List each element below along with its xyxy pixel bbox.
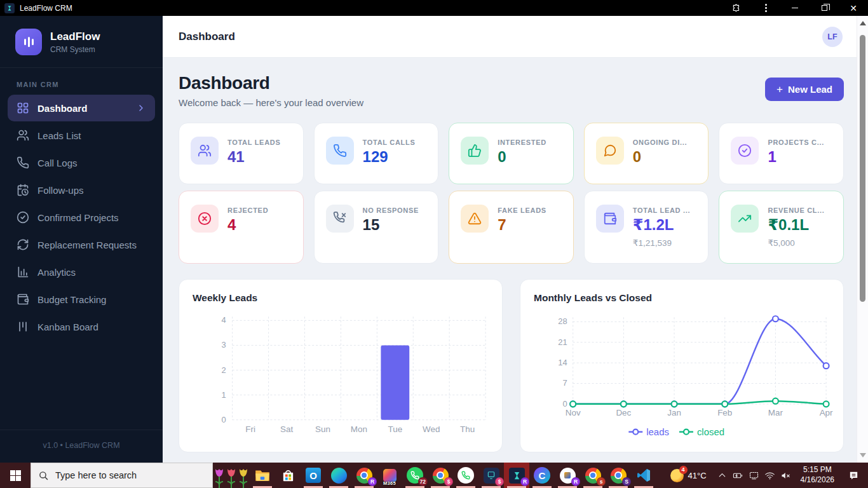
stat-card-projects-c: PROJECTS C...1 xyxy=(719,123,844,184)
scrollbar-down-arrow[interactable] xyxy=(860,453,866,458)
wifi-icon[interactable] xyxy=(762,463,778,488)
search-input[interactable] xyxy=(55,470,205,480)
stat-value: ₹1.2L xyxy=(633,216,690,234)
edge-icon xyxy=(331,468,347,484)
app-caption: M365 xyxy=(377,480,402,486)
taskbar-chrome-r[interactable]: R xyxy=(351,463,377,488)
svg-text:4: 4 xyxy=(222,315,226,325)
volume-muted-icon[interactable] xyxy=(778,463,794,488)
svg-text:Dec: Dec xyxy=(616,408,631,417)
monthly-leads-card: Monthly Leads vs Closed 07142128NovDecJa… xyxy=(520,279,844,452)
new-lead-button[interactable]: + New Lead xyxy=(765,78,844,101)
phone-x-icon xyxy=(326,205,354,233)
stat-value: 15 xyxy=(363,216,419,234)
vscode-icon xyxy=(636,468,651,483)
dashboard-content: Dashboard Welcome back — here's your lea… xyxy=(163,58,857,463)
avatar[interactable]: LF xyxy=(822,27,843,47)
dashboard-icon xyxy=(17,102,29,114)
sidebar-item-replacement-requests[interactable]: Replacement Requests xyxy=(8,231,155,258)
sidebar-item-call-logs[interactable]: Call Logs xyxy=(8,149,155,176)
svg-text:Thu: Thu xyxy=(460,424,475,434)
taskbar-leadflow-crm-r[interactable]: R xyxy=(504,463,529,488)
taskbar-dark-app-dollar[interactable]: $ xyxy=(478,463,504,488)
x-circle-icon xyxy=(191,205,219,233)
svg-text:Mar: Mar xyxy=(768,408,783,417)
close-button[interactable]: ✕ xyxy=(839,0,868,16)
stat-card-no-response: NO RESPONSE15 xyxy=(314,191,439,264)
taskbar-whatsapp-72[interactable]: 72 xyxy=(402,463,428,488)
users-icon xyxy=(191,137,219,165)
sidebar-item-label: Follow-ups xyxy=(37,185,84,196)
sidebar-item-label: Dashboard xyxy=(37,103,87,114)
clock-time: 5:15 PM xyxy=(801,465,834,475)
stat-label: REVENUE CL... xyxy=(768,207,824,214)
taskbar-white-app-r[interactable]: R xyxy=(555,463,580,488)
stat-card-fake-leads: FAKE LEADS7 xyxy=(449,191,574,264)
sidebar-item-leads-list[interactable]: Leads List xyxy=(8,122,155,149)
cast-icon[interactable] xyxy=(746,463,762,488)
restore-button[interactable] xyxy=(810,0,839,16)
minimize-button[interactable] xyxy=(780,0,810,16)
legend-leads[interactable]: leads xyxy=(628,426,669,437)
stat-value: 0 xyxy=(633,148,688,166)
sidebar-footer: v1.0 • LeadFlow CRM xyxy=(0,430,163,463)
windows-logo-icon xyxy=(10,470,21,481)
search-highlight-tulips[interactable] xyxy=(213,463,250,488)
weather-widget[interactable]: 4 41°C xyxy=(665,469,712,482)
sidebar-item-analytics[interactable]: Analytics xyxy=(8,259,155,285)
app-badge: R xyxy=(571,477,580,486)
chevron-up-icon[interactable] xyxy=(714,463,730,488)
scrollbar-thumb[interactable] xyxy=(860,35,865,302)
stat-label: INTERESTED xyxy=(498,139,546,146)
stat-card-ongoing-di: ONGOING DI...0 xyxy=(584,123,709,184)
battery-icon[interactable] xyxy=(730,463,746,488)
sidebar-item-budget-tracking[interactable]: Budget Tracking xyxy=(8,286,155,313)
taskbar-vscode[interactable] xyxy=(631,463,656,488)
stat-sub-value: ₹5,000 xyxy=(768,238,824,248)
svg-text:Fri: Fri xyxy=(245,424,255,434)
monthly-leads-title: Monthly Leads vs Closed xyxy=(520,292,843,304)
weather-alert-badge: 4 xyxy=(679,466,688,474)
taskbar-chrome-s[interactable]: S xyxy=(606,463,631,488)
start-button[interactable] xyxy=(0,463,31,488)
sidebar-item-label: Call Logs xyxy=(37,158,78,168)
screen: LeadFlow CRM ✕ LeadFlow CRM System MAIN … xyxy=(0,0,868,488)
taskbar-chrome-s[interactable]: s xyxy=(580,463,606,488)
file-explorer-icon xyxy=(254,467,271,484)
taskbar-edge[interactable] xyxy=(326,463,351,488)
svg-text:Sat: Sat xyxy=(280,424,293,434)
search-icon xyxy=(38,470,49,481)
taskbar-m365-copilot[interactable]: M365 xyxy=(377,463,402,488)
vertical-scrollbar[interactable] xyxy=(857,16,868,463)
sidebar-item-confirmed-projects[interactable]: Confirmed Projects xyxy=(8,204,155,231)
taskbar-microsoft-store[interactable] xyxy=(275,463,301,488)
action-center-icon[interactable] xyxy=(841,463,865,488)
sidebar-item-dashboard[interactable]: Dashboard xyxy=(8,95,155,121)
stat-value: ₹0.1L xyxy=(768,216,824,234)
message-circle-icon xyxy=(596,137,624,165)
extensions-icon[interactable] xyxy=(722,0,751,16)
phone-icon xyxy=(326,137,354,165)
sidebar-item-kanban-board[interactable]: Kanban Board xyxy=(8,313,155,340)
taskbar-search[interactable] xyxy=(31,463,213,488)
taskbar-outlook[interactable]: O xyxy=(301,463,326,488)
app-badge: $ xyxy=(495,477,504,486)
taskbar-file-explorer[interactable] xyxy=(250,463,275,488)
weather-sun-icon: 4 xyxy=(670,469,684,482)
stat-sub-value: ₹1,21,539 xyxy=(633,238,690,248)
phone-icon xyxy=(17,156,29,169)
browser-menu-icon[interactable] xyxy=(751,0,780,16)
taskbar-chrome-dollar[interactable]: $ xyxy=(428,463,453,488)
refresh-icon xyxy=(17,238,29,251)
kanban-icon xyxy=(17,320,29,333)
stat-card-total-leads: TOTAL LEADS41 xyxy=(179,123,304,184)
legend-closed[interactable]: closed xyxy=(679,426,724,437)
taskbar-whatsapp-light[interactable] xyxy=(453,463,478,488)
stat-label: PROJECTS C... xyxy=(768,139,824,146)
sidebar-item-follow-ups[interactable]: Follow-ups xyxy=(8,177,155,203)
taskbar-canva[interactable]: C xyxy=(529,463,555,488)
scrollbar-up-arrow[interactable] xyxy=(860,21,866,25)
clock[interactable]: 5:15 PM 4/16/2026 xyxy=(796,465,839,485)
sidebar-item-label: Replacement Requests xyxy=(37,240,137,250)
check-circle-icon xyxy=(731,137,759,165)
